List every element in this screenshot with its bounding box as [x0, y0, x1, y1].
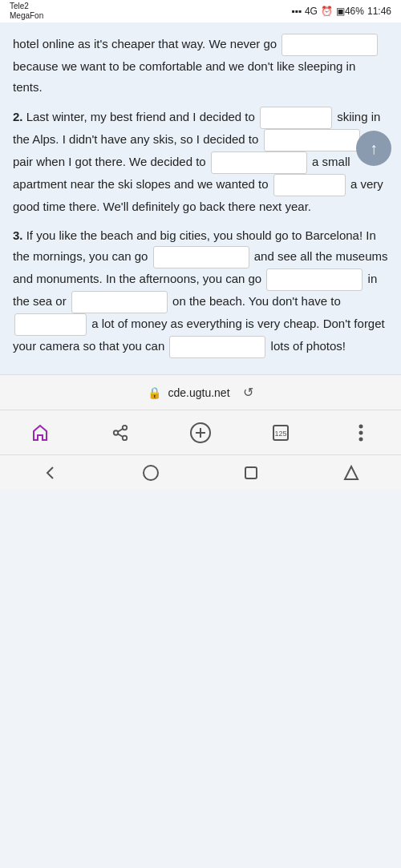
network-label: MegaFon	[10, 11, 43, 21]
section2-text1: Last winter, my best friend and I decide…	[26, 110, 258, 123]
nav-menu-button[interactable]	[343, 415, 379, 450]
svg-point-11	[359, 430, 363, 434]
svg-text:125: 125	[274, 430, 286, 438]
svg-point-0	[123, 426, 128, 430]
back-button[interactable]	[33, 455, 68, 491]
scroll-up-icon: ↑	[370, 139, 378, 158]
reload-button[interactable]: ↺	[243, 385, 253, 400]
url-display[interactable]: cde.ugtu.net	[168, 386, 229, 399]
svg-point-12	[359, 437, 363, 441]
scroll-fab[interactable]: ↑	[356, 131, 391, 166]
input-have[interactable]	[273, 174, 346, 196]
svg-marker-15	[345, 466, 358, 479]
intro-text-2: because we want to be comfortable and we…	[13, 59, 355, 94]
input-skis[interactable]	[264, 129, 360, 151]
input-sunbathe[interactable]	[71, 291, 168, 313]
input-spend[interactable]	[14, 313, 87, 336]
paragraph-section2: 2. Last winter, my best friend and I dec…	[13, 107, 388, 217]
intro-text-1: hotel online as it's cheaper that way. W…	[13, 37, 277, 50]
time-display: 11:46	[367, 6, 391, 17]
input-go[interactable]	[282, 34, 378, 56]
status-bar: Tele2 MegaFon ▪▪▪ 4G ⏰ ▣46% 11:46	[0, 0, 401, 22]
recent-button[interactable]	[233, 455, 269, 491]
input-decided[interactable]	[260, 107, 332, 129]
carrier-label: Tele2	[10, 2, 43, 11]
system-bar	[0, 454, 401, 490]
browser-bar: 🔒 cde.ugtu.net ↺	[0, 374, 401, 410]
content-area: hotel online as it's cheaper that way. W…	[0, 22, 401, 374]
lock-icon: 🔒	[148, 386, 161, 399]
section3-number: 3.	[13, 228, 23, 242]
svg-point-2	[123, 435, 128, 440]
nav-tabs-button[interactable]: 125	[263, 415, 298, 450]
section3-text4: on the beach. You don't have to	[172, 294, 341, 308]
close-button[interactable]	[334, 455, 369, 491]
input-swimming[interactable]	[266, 268, 363, 291]
svg-point-13	[144, 466, 158, 480]
alarm-icon: ⏰	[321, 6, 333, 17]
home-button[interactable]	[133, 455, 168, 491]
paragraph-intro: hotel online as it's cheaper that way. W…	[13, 34, 388, 99]
nav-share-button[interactable]	[103, 415, 138, 450]
input-sightseeing[interactable]	[153, 246, 249, 268]
nav-add-button[interactable]	[183, 415, 218, 450]
battery-indicator: ▣46%	[336, 6, 364, 17]
input-rent[interactable]	[211, 151, 307, 174]
nav-bar: 125	[0, 410, 401, 454]
input-take[interactable]	[169, 336, 265, 358]
paragraph-section3: 3. If you like the beach and big cities,…	[13, 225, 388, 358]
section2-number: 2.	[13, 110, 23, 123]
svg-point-1	[114, 430, 119, 435]
svg-point-10	[359, 424, 363, 428]
svg-line-4	[118, 429, 123, 432]
svg-rect-14	[245, 467, 257, 478]
network-type: 4G	[305, 6, 318, 17]
nav-home-button[interactable]	[22, 415, 58, 450]
signal-icon: ▪▪▪	[291, 6, 302, 17]
section3-text6: lots of photos!	[271, 339, 346, 353]
svg-line-3	[118, 434, 123, 437]
